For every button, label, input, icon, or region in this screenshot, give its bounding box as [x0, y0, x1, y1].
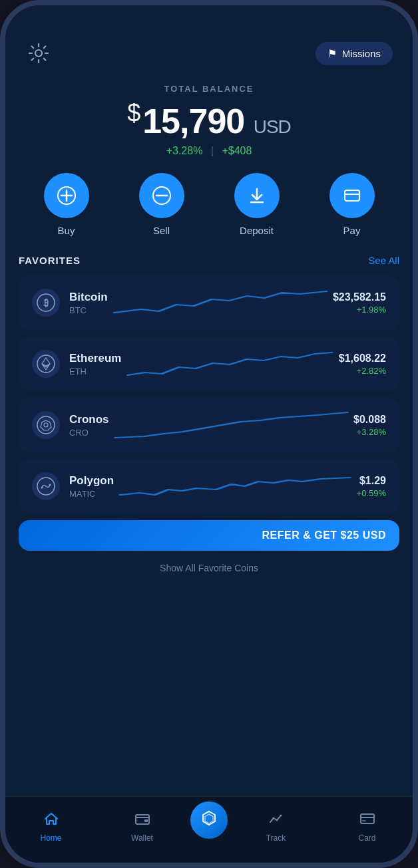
coin-card-matic[interactable]: Polygon MATIC $1.29 +0.59% [19, 459, 399, 513]
favorites-section: FAVORITES See All ₿ Bitcoin BTC [5, 255, 413, 796]
buy-icon [44, 173, 89, 218]
favorites-header: FAVORITES See All [19, 255, 399, 266]
pay-button[interactable]: Pay [329, 173, 375, 236]
header: ⚑ Missions [5, 35, 413, 77]
action-buttons: Buy Sell De [5, 173, 413, 255]
divider: | [211, 145, 217, 156]
phone-screen: ⚑ Missions TOTAL BALANCE $15,790 USD +3.… [5, 5, 413, 863]
eth-name: Ethereum [69, 352, 121, 365]
btc-icon: ₿ [32, 289, 60, 317]
cro-icon [32, 411, 60, 439]
favorites-title: FAVORITES [19, 255, 81, 266]
btc-price-change: +1.98% [333, 305, 386, 315]
svg-point-27 [280, 814, 282, 816]
track-label: Track [266, 833, 286, 843]
eth-symbol: ETH [69, 366, 121, 376]
pay-label: Pay [343, 225, 361, 236]
deposit-label: Deposit [240, 225, 274, 236]
wallet-label: Wallet [131, 833, 153, 843]
coin-card-btc[interactable]: ₿ Bitcoin BTC $23,582.15 +1.98% [19, 275, 399, 330]
cro-name: Cronos [69, 413, 109, 426]
cro-chart [116, 408, 347, 442]
phone-frame: ⚑ Missions TOTAL BALANCE $15,790 USD +3.… [0, 0, 418, 868]
eth-icon [32, 350, 60, 378]
sell-label: Sell [153, 225, 170, 236]
track-icon [268, 811, 284, 831]
flag-icon: ⚑ [327, 47, 337, 60]
svg-rect-28 [361, 814, 374, 823]
eth-price-value: $1,608.22 [339, 353, 386, 364]
percent-change: +3.28% [166, 145, 203, 156]
nav-card[interactable]: Card [321, 811, 413, 843]
matic-name: Polygon [69, 474, 114, 488]
cro-info: Cronos CRO [69, 413, 109, 438]
balance-change: +3.28% | +$408 [19, 145, 399, 157]
buy-button[interactable]: Buy [44, 173, 89, 236]
nav-home[interactable]: Home [5, 811, 97, 843]
cro-price-change: +3.28% [353, 427, 386, 437]
nav-center-button[interactable] [188, 799, 230, 841]
matic-price-value: $1.29 [357, 475, 386, 487]
show-all-link[interactable]: Show All Favorite Coins [19, 557, 399, 584]
svg-marker-16 [41, 420, 51, 430]
buy-label: Buy [58, 225, 75, 236]
svg-rect-8 [345, 190, 359, 201]
svg-point-17 [44, 423, 48, 427]
svg-point-25 [272, 817, 274, 819]
card-icon [359, 811, 375, 831]
btc-name: Bitcoin [69, 291, 108, 304]
matic-price-change: +0.59% [357, 488, 386, 498]
see-all-link[interactable]: See All [368, 255, 399, 266]
dollar-sign: $ [127, 99, 140, 126]
eth-price-change: +2.82% [339, 366, 386, 376]
settings-icon[interactable] [25, 40, 52, 67]
svg-point-0 [35, 50, 42, 57]
matic-price: $1.29 +0.59% [357, 475, 386, 498]
btc-info: Bitcoin BTC [69, 291, 108, 315]
btc-price-value: $23,582.15 [333, 291, 386, 303]
home-label: Home [40, 833, 61, 843]
balance-section: TOTAL BALANCE $15,790 USD +3.28% | +$408 [5, 77, 413, 173]
matic-icon [32, 472, 60, 500]
matic-chart [120, 470, 349, 503]
coin-card-eth[interactable]: Ethereum ETH $1,608.22 +2.82% [19, 337, 399, 391]
svg-text:₿: ₿ [44, 297, 49, 308]
svg-marker-14 [42, 364, 50, 370]
balance-label: TOTAL BALANCE [19, 84, 399, 94]
btc-price: $23,582.15 +1.98% [333, 291, 386, 315]
balance-amount: $15,790 USD [19, 99, 399, 141]
svg-point-19 [41, 487, 43, 489]
nav-wallet[interactable]: Wallet [97, 811, 188, 843]
deposit-icon [234, 173, 280, 218]
btc-chart [114, 286, 326, 319]
missions-label: Missions [342, 48, 381, 59]
cro-symbol: CRO [69, 428, 109, 438]
nav-track[interactable]: Track [230, 811, 321, 843]
cro-price: $0.088 +3.28% [353, 414, 386, 437]
balance-value: 15,790 [142, 102, 244, 140]
matic-symbol: MATIC [69, 489, 114, 499]
pay-icon [329, 173, 375, 218]
coin-card-cro[interactable]: Cronos CRO $0.088 +3.28% [19, 398, 399, 452]
btc-symbol: BTC [69, 305, 108, 315]
sell-button[interactable]: Sell [139, 173, 184, 236]
home-icon [43, 811, 59, 831]
cro-price-value: $0.088 [353, 414, 386, 426]
svg-point-26 [276, 819, 278, 821]
svg-marker-24 [205, 814, 213, 823]
svg-point-20 [49, 484, 51, 486]
card-label: Card [358, 833, 375, 843]
svg-rect-22 [144, 819, 148, 822]
balance-currency: USD [254, 116, 291, 137]
matic-info: Polygon MATIC [69, 474, 114, 499]
refer-banner[interactable]: REFER & GET $25 USD [19, 520, 399, 551]
deposit-button[interactable]: Deposit [234, 173, 280, 236]
refer-text: REFER & GET $25 USD [262, 529, 386, 541]
eth-price: $1,608.22 +2.82% [339, 353, 386, 376]
eth-info: Ethereum ETH [69, 352, 121, 376]
missions-button[interactable]: ⚑ Missions [315, 42, 393, 65]
svg-point-15 [37, 416, 55, 434]
wallet-icon [134, 811, 150, 831]
status-bar [5, 5, 413, 35]
sell-icon [139, 173, 184, 218]
